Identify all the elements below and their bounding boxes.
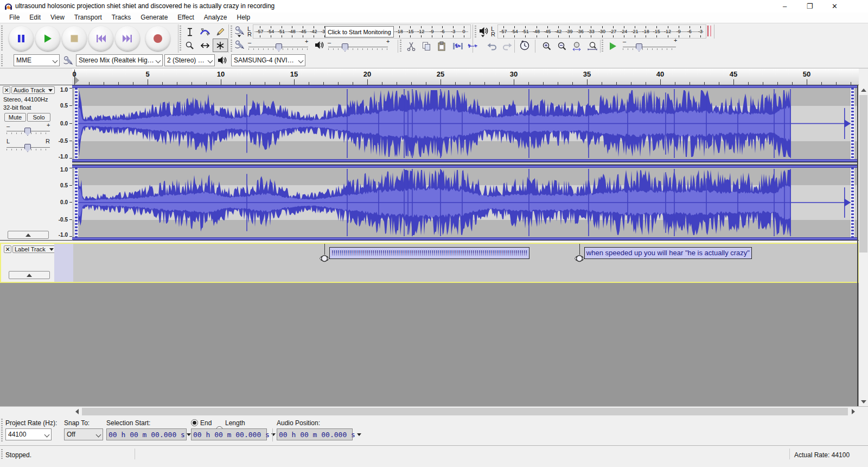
waveform-right-channel[interactable] [72, 168, 857, 237]
end-radio[interactable] [191, 419, 198, 426]
cut-button[interactable] [404, 39, 419, 53]
playback-volume-slider[interactable] [328, 47, 388, 47]
play-at-speed-button[interactable] [605, 39, 621, 53]
transport-toolbar-grip[interactable] [1, 26, 3, 52]
selection-tool-button[interactable] [182, 25, 197, 39]
label-handle-icon[interactable] [575, 253, 584, 264]
horizontal-scrollbar-row [0, 406, 868, 416]
project-rate-select[interactable]: 44100 [5, 428, 52, 440]
waveform-left-channel[interactable] [72, 88, 857, 159]
recording-channels-select[interactable]: 2 (Stereo) Recorı [164, 54, 215, 66]
audio-position-field[interactable]: 00 h 00 m 00.000 s [277, 428, 353, 440]
edit-toolbar-grip[interactable] [400, 40, 401, 52]
length-radio-label[interactable]: Length [225, 419, 245, 427]
copy-button[interactable] [419, 39, 434, 53]
zoom-in-button[interactable] [539, 39, 554, 53]
envelope-tool-button[interactable] [197, 25, 213, 39]
horizontal-scrollbar-thumb[interactable] [82, 408, 848, 415]
end-radio-label[interactable]: End [200, 419, 212, 427]
tools-toolbar-grip[interactable] [180, 26, 181, 52]
scroll-down-button[interactable] [859, 397, 868, 406]
menu-tracks[interactable]: Tracks [107, 12, 136, 23]
meter-scale-label: -57 [256, 29, 263, 34]
time-shift-tool-button[interactable] [197, 39, 213, 52]
vertical-scale-right[interactable]: 1.00.50.0-0.5-1.0 [53, 168, 72, 237]
solo-button[interactable]: Solo [27, 113, 50, 122]
track-close-button[interactable]: ✕ [3, 86, 10, 94]
record-volume-slider-thumb[interactable] [276, 43, 282, 52]
clip-right-edge[interactable] [851, 88, 854, 159]
recording-device-select[interactable]: Stereo Mix (Realtek High Def [76, 54, 163, 66]
paste-button[interactable] [434, 39, 449, 53]
scroll-left-button[interactable] [72, 407, 81, 416]
audio-host-select[interactable]: MME [14, 54, 60, 66]
menu-transport[interactable]: Transport [69, 12, 107, 23]
ruler-tick [660, 79, 661, 85]
record-button[interactable] [145, 26, 170, 51]
skip-to-start-button[interactable] [88, 26, 113, 51]
ruler-tick [690, 82, 690, 85]
zoom-tool-button[interactable] [182, 39, 197, 52]
menu-analyze[interactable]: Analyze [199, 12, 232, 23]
play-speed-slider-thumb[interactable] [636, 43, 642, 52]
label-handle-icon[interactable] [320, 253, 329, 264]
snap-to-select[interactable]: Off [64, 428, 103, 440]
menu-effect[interactable]: Effect [173, 12, 199, 23]
timeline-ruler[interactable]: 05101520253035404550 [72, 68, 859, 85]
playhead-marker-icon[interactable] [75, 77, 79, 84]
sync-lock-clock-button[interactable] [517, 39, 532, 52]
mute-button[interactable]: Mute [4, 113, 26, 122]
skip-to-end-button[interactable] [115, 26, 140, 51]
playback-device-select[interactable]: SAMSUNG-4 (NVIDIA High De [231, 54, 305, 66]
selection-end-field[interactable]: 00 h 00 m 00.000 s [191, 428, 267, 440]
vertical-scrollbar[interactable] [859, 85, 868, 406]
minimize-button[interactable]: – [773, 0, 797, 12]
mixer-toolbar-grip[interactable] [231, 40, 232, 52]
menu-file[interactable]: File [4, 12, 24, 23]
selection-start-field[interactable]: 00 h 00 m 00.000 s [106, 428, 187, 440]
ruler-tick [162, 82, 163, 85]
restore-button[interactable]: ❐ [797, 0, 822, 12]
mic-dropdown-arrow-icon[interactable] [237, 35, 241, 37]
zoom-out-button[interactable] [554, 39, 570, 53]
silence-audio-button[interactable] [465, 39, 481, 53]
clip-left-edge[interactable] [74, 168, 78, 237]
monitoring-tooltip[interactable]: Click to Start Monitoring [325, 26, 394, 37]
close-button[interactable]: ✕ [822, 0, 847, 12]
undo-button[interactable] [484, 39, 500, 53]
label-text[interactable]: when speeded up you will hear "he is act… [584, 247, 752, 259]
empty-track-area[interactable] [0, 283, 859, 406]
play-button[interactable] [35, 26, 60, 51]
play-speed-slider[interactable] [623, 47, 676, 47]
menu-generate[interactable]: Generate [136, 12, 173, 23]
pan-slider-thumb[interactable] [24, 144, 31, 152]
clip-left-edge[interactable] [74, 88, 78, 159]
playback-meter-grip[interactable] [475, 26, 476, 37]
vertical-scale-left[interactable]: 1.00.50.0-0.5-1.0 [53, 88, 72, 159]
fit-selection-button[interactable] [570, 39, 585, 53]
draw-tool-button[interactable] [213, 25, 228, 39]
stop-button[interactable] [62, 26, 87, 51]
multi-tool-button[interactable] [213, 39, 228, 52]
menu-edit[interactable]: Edit [24, 12, 46, 23]
speaker-dropdown-arrow-icon[interactable] [481, 35, 485, 37]
fit-project-button[interactable] [585, 39, 600, 53]
track-collapse-button[interactable] [8, 231, 49, 239]
scroll-right-button[interactable] [848, 407, 858, 416]
label-text[interactable]: !!!!!!!!!!!!!!!!!!!!!!!!!!!!!!!!!!!!!!!!… [329, 247, 529, 259]
scroll-up-button[interactable] [859, 85, 868, 94]
menu-help[interactable]: Help [232, 12, 256, 23]
record-meter-grip[interactable] [231, 26, 232, 37]
gain-slider-thumb[interactable] [24, 128, 31, 136]
transcription-toolbar-grip[interactable] [602, 40, 603, 52]
pause-button[interactable] [9, 26, 34, 51]
device-toolbar-grip[interactable] [1, 54, 3, 66]
playback-volume-slider-thumb[interactable] [342, 43, 348, 52]
clip-right-edge[interactable] [851, 168, 854, 237]
selection-toolbar-grip[interactable] [1, 419, 3, 443]
track-name-menu[interactable]: Audio Track [11, 86, 55, 94]
vertical-scrollbar-thumb[interactable] [859, 95, 867, 253]
menu-view[interactable]: View [46, 12, 69, 23]
trim-audio-button[interactable] [450, 39, 465, 53]
redo-button[interactable] [500, 39, 515, 53]
